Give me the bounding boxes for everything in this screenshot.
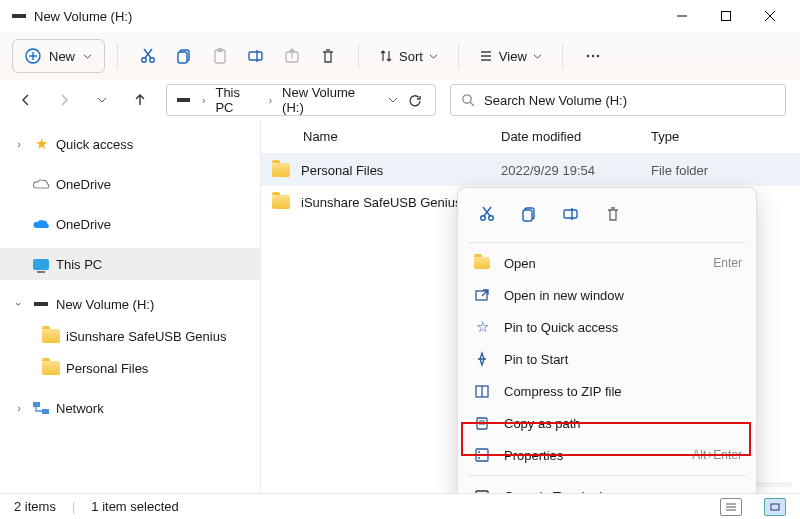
view-label: View bbox=[499, 49, 527, 64]
breadcrumb-volume[interactable]: New Volume (H:) bbox=[280, 83, 376, 117]
sidebar-item-onedrive[interactable]: OneDrive bbox=[0, 168, 260, 200]
rename-icon[interactable] bbox=[238, 38, 274, 74]
svg-rect-52 bbox=[771, 504, 779, 510]
svg-line-10 bbox=[144, 49, 151, 58]
status-selected: 1 item selected bbox=[91, 499, 178, 514]
drive-icon bbox=[12, 14, 26, 18]
svg-rect-12 bbox=[178, 52, 187, 63]
svg-point-23 bbox=[597, 55, 599, 57]
svg-line-9 bbox=[145, 49, 152, 58]
folder-icon bbox=[42, 329, 60, 343]
svg-point-8 bbox=[150, 58, 155, 63]
folder-icon bbox=[272, 195, 290, 209]
folder-icon bbox=[272, 163, 290, 177]
refresh-icon[interactable] bbox=[408, 93, 423, 108]
cut-icon[interactable] bbox=[130, 38, 166, 74]
delete-icon[interactable] bbox=[310, 38, 346, 74]
svg-point-29 bbox=[489, 216, 494, 221]
svg-line-30 bbox=[484, 207, 491, 216]
sort-label: Sort bbox=[399, 49, 423, 64]
context-menu: OpenEnter Open in new window ☆Pin to Qui… bbox=[457, 187, 757, 519]
sidebar-item-quick-access[interactable]: ›★Quick access bbox=[0, 128, 260, 160]
forward-button[interactable] bbox=[52, 88, 76, 112]
svg-point-22 bbox=[592, 55, 594, 57]
sidebar-label: Network bbox=[56, 401, 104, 416]
address-bar[interactable]: › This PC › New Volume (H:) bbox=[166, 84, 436, 116]
divider bbox=[562, 43, 563, 69]
file-name: Personal Files bbox=[301, 163, 501, 178]
ctx-open[interactable]: OpenEnter bbox=[458, 247, 756, 279]
svg-line-25 bbox=[471, 102, 475, 106]
maximize-button[interactable] bbox=[704, 1, 748, 31]
svg-rect-26 bbox=[33, 402, 40, 407]
svg-point-24 bbox=[463, 94, 471, 102]
search-input[interactable]: Search New Volume (H:) bbox=[450, 84, 786, 116]
sidebar-label: New Volume (H:) bbox=[56, 297, 154, 312]
ctx-delete-icon[interactable] bbox=[594, 198, 632, 230]
ctx-open-new-window[interactable]: Open in new window bbox=[458, 279, 756, 311]
new-button[interactable]: New bbox=[12, 39, 105, 73]
toolbar: New Sort View bbox=[0, 32, 800, 80]
drive-icon bbox=[177, 98, 190, 102]
file-row[interactable]: Personal Files 2022/9/29 19:54 File fold… bbox=[261, 154, 800, 186]
drive-icon bbox=[34, 302, 48, 306]
svg-rect-34 bbox=[564, 210, 577, 218]
svg-point-28 bbox=[481, 216, 486, 221]
ctx-zip[interactable]: Compress to ZIP file bbox=[458, 375, 756, 407]
file-date: 2022/9/29 19:54 bbox=[501, 163, 651, 178]
ctx-cut-icon[interactable] bbox=[468, 198, 506, 230]
ctx-copy-icon[interactable] bbox=[510, 198, 548, 230]
status-items: 2 items bbox=[14, 499, 56, 514]
svg-rect-27 bbox=[42, 409, 49, 414]
sidebar-item-volume[interactable]: ›New Volume (H:) bbox=[0, 288, 260, 320]
window-title: New Volume (H:) bbox=[34, 9, 660, 24]
sidebar: ›★Quick access OneDrive OneDrive This PC… bbox=[0, 120, 260, 493]
svg-rect-33 bbox=[523, 210, 532, 221]
folder-icon bbox=[42, 361, 60, 375]
divider bbox=[358, 43, 359, 69]
svg-rect-15 bbox=[249, 52, 262, 60]
column-name[interactable]: Name bbox=[261, 129, 501, 144]
sidebar-item-onedrive-2[interactable]: OneDrive bbox=[0, 208, 260, 240]
back-button[interactable] bbox=[14, 88, 38, 112]
new-label: New bbox=[49, 49, 75, 64]
sidebar-label: Personal Files bbox=[66, 361, 148, 376]
column-type[interactable]: Type bbox=[651, 129, 800, 144]
paste-icon[interactable] bbox=[202, 38, 238, 74]
more-icon[interactable] bbox=[575, 38, 611, 74]
svg-rect-1 bbox=[722, 12, 731, 21]
column-date[interactable]: Date modified bbox=[501, 129, 651, 144]
ctx-pin-start[interactable]: Pin to Start bbox=[458, 343, 756, 375]
view-large-icon[interactable] bbox=[764, 498, 786, 516]
chevron-right-icon: › bbox=[267, 95, 274, 106]
copy-icon[interactable] bbox=[166, 38, 202, 74]
sidebar-label: OneDrive bbox=[56, 217, 111, 232]
divider bbox=[458, 43, 459, 69]
view-details-icon[interactable] bbox=[720, 498, 742, 516]
svg-line-31 bbox=[483, 207, 490, 216]
minimize-button[interactable] bbox=[660, 1, 704, 31]
sidebar-label: Quick access bbox=[56, 137, 133, 152]
view-button[interactable]: View bbox=[471, 49, 550, 64]
divider bbox=[117, 43, 118, 69]
close-button[interactable] bbox=[748, 1, 792, 31]
svg-point-7 bbox=[142, 58, 147, 63]
sort-button[interactable]: Sort bbox=[371, 49, 446, 64]
sidebar-item-personal[interactable]: Personal Files bbox=[0, 352, 260, 384]
recent-dropdown[interactable] bbox=[90, 88, 114, 112]
share-icon[interactable] bbox=[274, 38, 310, 74]
ctx-rename-icon[interactable] bbox=[552, 198, 590, 230]
search-placeholder: Search New Volume (H:) bbox=[484, 93, 627, 108]
breadcrumb-thispc[interactable]: This PC bbox=[213, 83, 260, 117]
sidebar-label: iSunshare SafeUSB Genius bbox=[66, 329, 226, 344]
up-button[interactable] bbox=[128, 88, 152, 112]
sidebar-item-thispc[interactable]: This PC bbox=[0, 248, 260, 280]
sidebar-item-network[interactable]: ›Network bbox=[0, 392, 260, 424]
status-bar: 2 items | 1 item selected bbox=[0, 493, 800, 519]
chevron-down-icon[interactable] bbox=[388, 95, 398, 105]
svg-point-21 bbox=[587, 55, 589, 57]
chevron-right-icon: › bbox=[200, 95, 207, 106]
ctx-pin-quick[interactable]: ☆Pin to Quick access bbox=[458, 311, 756, 343]
sidebar-item-safeusb[interactable]: iSunshare SafeUSB Genius bbox=[0, 320, 260, 352]
search-icon bbox=[461, 93, 476, 108]
